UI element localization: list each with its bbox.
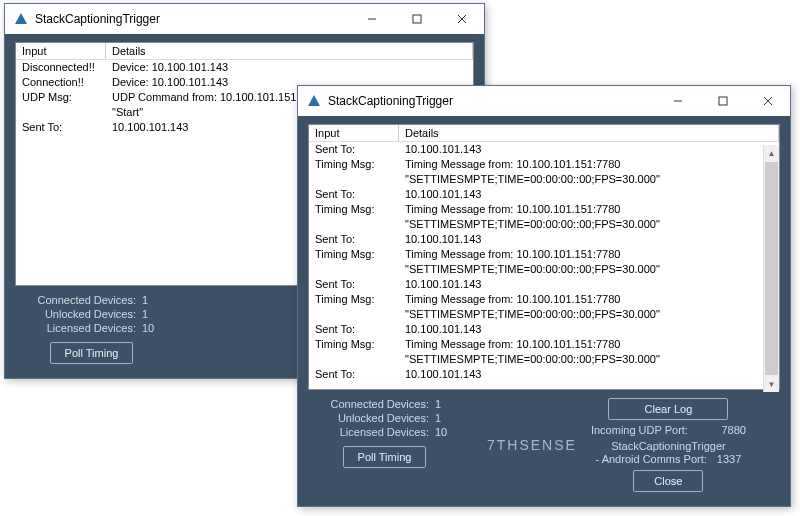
log-cell-input	[16, 105, 106, 120]
log-row[interactable]: "SETTIMESMPTE;TIME=00:00:00::00;FPS=30.0…	[309, 352, 763, 367]
window-title: StackCaptioningTrigger	[328, 94, 655, 108]
log-row[interactable]: Sent To:10.100.101.143	[309, 232, 763, 247]
app-icon	[306, 93, 322, 109]
unlocked-devices-label: Unlocked Devices:	[314, 412, 429, 424]
poll-timing-button[interactable]: Poll Timing	[343, 446, 427, 468]
log-row[interactable]: Timing Msg:Timing Message from: 10.100.1…	[309, 247, 763, 262]
log-cell-details: "SETTIMESMPTE;TIME=00:00:00::00;FPS=30.0…	[399, 352, 763, 367]
udp-port-label: Incoming UDP Port:	[591, 424, 688, 436]
log-row[interactable]: Sent To:10.100.101.143	[309, 142, 763, 157]
log-cell-details: 10.100.101.143	[399, 142, 763, 157]
connected-devices-label: Connected Devices:	[314, 398, 429, 410]
log-row[interactable]: Disconnected!!Device: 10.100.101.143	[16, 60, 473, 75]
log-cell-details: Timing Message from: 10.100.101.151:7780	[399, 292, 763, 307]
licensed-devices-value: 10	[435, 426, 455, 438]
log-row[interactable]: Timing Msg:Timing Message from: 10.100.1…	[309, 337, 763, 352]
log-cell-input	[309, 172, 399, 187]
column-input[interactable]: Input	[16, 43, 106, 59]
brand-logo: 7THSENSE	[487, 437, 577, 453]
log-cell-input: Sent To:	[309, 187, 399, 202]
log-row[interactable]: "SETTIMESMPTE;TIME=00:00:00::00;FPS=30.0…	[309, 262, 763, 277]
log-cell-details: "SETTIMESMPTE;TIME=00:00:00::00;FPS=30.0…	[399, 172, 763, 187]
log-cell-input: UDP Msg:	[16, 90, 106, 105]
log-cell-details: 10.100.101.143	[399, 232, 763, 247]
android-port-value: 1337	[717, 453, 741, 466]
log-cell-details: 10.100.101.143	[399, 277, 763, 292]
log-cell-input: Connection!!	[16, 75, 106, 90]
log-cell-input	[309, 352, 399, 367]
column-input[interactable]: Input	[309, 125, 399, 141]
poll-timing-button[interactable]: Poll Timing	[50, 342, 134, 364]
window-front: StackCaptioningTrigger Input Details Sen…	[297, 85, 791, 507]
clear-log-button[interactable]: Clear Log	[608, 398, 728, 420]
titlebar[interactable]: StackCaptioningTrigger	[5, 4, 484, 34]
licensed-devices-label: Licensed Devices:	[314, 426, 429, 438]
column-details[interactable]: Details	[106, 43, 473, 59]
maximize-button[interactable]	[700, 86, 745, 116]
log-cell-input: Sent To:	[309, 277, 399, 292]
log-cell-input	[309, 262, 399, 277]
log-cell-input: Sent To:	[309, 367, 399, 382]
scrollbar[interactable]: ▲ ▼	[763, 145, 779, 392]
log-row[interactable]: "SETTIMESMPTE;TIME=00:00:00::00;FPS=30.0…	[309, 307, 763, 322]
log-cell-details: 10.100.101.143	[399, 187, 763, 202]
close-window-button[interactable]	[745, 86, 790, 116]
log-cell-details: Timing Message from: 10.100.101.151:7780	[399, 337, 763, 352]
connected-devices-value: 1	[142, 294, 162, 306]
log-cell-input: Disconnected!!	[16, 60, 106, 75]
titlebar[interactable]: StackCaptioningTrigger	[298, 86, 790, 116]
log-row[interactable]: Sent To:10.100.101.143	[309, 277, 763, 292]
log-cell-details: "SETTIMESMPTE;TIME=00:00:00::00;FPS=30.0…	[399, 217, 763, 232]
log-cell-input	[309, 307, 399, 322]
log-row[interactable]: Timing Msg:Timing Message from: 10.100.1…	[309, 202, 763, 217]
svg-marker-0	[15, 13, 27, 24]
log-panel: Input Details Sent To:10.100.101.143Timi…	[308, 124, 780, 390]
log-row[interactable]: "SETTIMESMPTE;TIME=00:00:00::00;FPS=30.0…	[309, 217, 763, 232]
connected-devices-value: 1	[435, 398, 455, 410]
scroll-up-icon[interactable]: ▲	[764, 145, 779, 161]
device-stats: Connected Devices:1 Unlocked Devices:1 L…	[21, 294, 162, 364]
licensed-devices-label: Licensed Devices:	[21, 322, 136, 334]
app-name-line: StackCaptioningTrigger	[596, 440, 742, 453]
log-row[interactable]: Timing Msg:Timing Message from: 10.100.1…	[309, 292, 763, 307]
svg-rect-2	[413, 15, 421, 23]
log-cell-input: Sent To:	[309, 322, 399, 337]
app-icon	[13, 11, 29, 27]
log-cell-input: Timing Msg:	[309, 157, 399, 172]
svg-rect-7	[719, 97, 727, 105]
unlocked-devices-value: 1	[142, 308, 162, 320]
udp-port-value: 7880	[721, 424, 745, 436]
log-cell-details: Timing Message from: 10.100.101.151:7780	[399, 247, 763, 262]
log-cell-details: Device: 10.100.101.143	[106, 60, 473, 75]
minimize-button[interactable]	[655, 86, 700, 116]
log-cell-input: Timing Msg:	[309, 202, 399, 217]
log-row[interactable]: Sent To:10.100.101.143	[309, 322, 763, 337]
log-row[interactable]: "SETTIMESMPTE;TIME=00:00:00::00;FPS=30.0…	[309, 172, 763, 187]
window-title: StackCaptioningTrigger	[35, 12, 349, 26]
close-button[interactable]: Close	[633, 470, 703, 492]
log-cell-input: Timing Msg:	[309, 247, 399, 262]
close-window-button[interactable]	[439, 4, 484, 34]
unlocked-devices-value: 1	[435, 412, 455, 424]
log-cell-details: "SETTIMESMPTE;TIME=00:00:00::00;FPS=30.0…	[399, 262, 763, 277]
svg-marker-5	[308, 95, 320, 106]
log-cell-details: Timing Message from: 10.100.101.151:7780	[399, 202, 763, 217]
minimize-button[interactable]	[349, 4, 394, 34]
licensed-devices-value: 10	[142, 322, 162, 334]
log-cell-input: Timing Msg:	[309, 337, 399, 352]
log-cell-input: Sent To:	[16, 120, 106, 135]
log-row[interactable]: Timing Msg:Timing Message from: 10.100.1…	[309, 157, 763, 172]
log-row[interactable]: Sent To:10.100.101.143	[309, 367, 763, 382]
maximize-button[interactable]	[394, 4, 439, 34]
column-details[interactable]: Details	[399, 125, 779, 141]
log-row[interactable]: Sent To:10.100.101.143	[309, 187, 763, 202]
scroll-down-icon[interactable]: ▼	[764, 376, 779, 392]
connected-devices-label: Connected Devices:	[21, 294, 136, 306]
log-cell-details: "SETTIMESMPTE;TIME=00:00:00::00;FPS=30.0…	[399, 307, 763, 322]
log-cell-details: 10.100.101.143	[399, 322, 763, 337]
log-cell-details: Timing Message from: 10.100.101.151:7780	[399, 157, 763, 172]
scroll-thumb[interactable]	[765, 162, 778, 375]
log-cell-input: Sent To:	[309, 232, 399, 247]
log-cell-details: 10.100.101.143	[399, 367, 763, 382]
log-body[interactable]: Sent To:10.100.101.143Timing Msg:Timing …	[309, 142, 779, 389]
